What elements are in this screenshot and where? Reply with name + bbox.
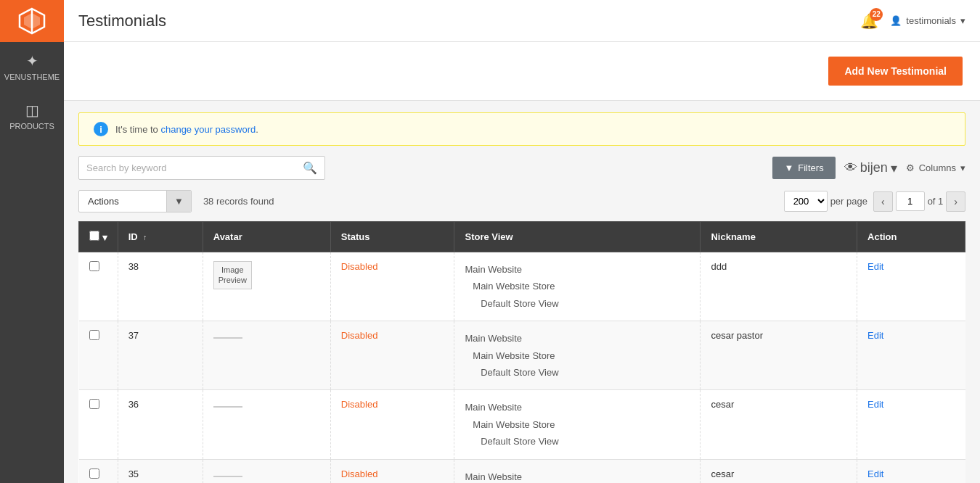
table-body: 38 ImagePreview Disabled Main Website Ma… <box>79 252 965 484</box>
row-checkbox[interactable] <box>89 399 99 409</box>
edit-link[interactable]: Edit <box>867 468 883 479</box>
avatar-placeholder <box>213 476 242 477</box>
sidebar: ✦ VENUSTHEME ◫ PRODUCTS <box>0 0 64 483</box>
row-checkbox-cell <box>79 390 118 459</box>
view-toggle[interactable]: 👁 bijen ▾ <box>844 160 897 176</box>
page-title: Testimonials <box>78 12 166 30</box>
table-wrapper: ▾ ID ↑ Avatar Status Store View Nickname… <box>64 221 980 483</box>
filter-icon: ▼ <box>784 162 793 173</box>
row-store-view: Main Website Main Website Store Default … <box>454 321 701 390</box>
row-status: Disabled <box>330 459 454 483</box>
notifications-bell[interactable]: 🔔 22 <box>860 12 878 30</box>
table-row: 38 ImagePreview Disabled Main Website Ma… <box>79 252 965 321</box>
edit-link[interactable]: Edit <box>867 330 883 341</box>
checkbox-dropdown-icon: ▾ <box>102 232 107 243</box>
row-avatar: ImagePreview <box>203 252 330 321</box>
edit-link[interactable]: Edit <box>867 399 883 410</box>
row-status: Disabled <box>330 321 454 390</box>
row-id: 35 <box>118 459 203 483</box>
row-store-view: Main Website Main Website Store Default … <box>454 252 701 321</box>
testimonials-table: ▾ ID ↑ Avatar Status Store View Nickname… <box>78 221 965 483</box>
records-count: 38 records found <box>203 196 274 207</box>
alert-text-after: . <box>256 124 258 135</box>
avatar-placeholder <box>213 337 242 339</box>
status-column-header: Status <box>330 222 454 252</box>
user-menu[interactable]: 👤 testimonials ▾ <box>890 15 965 26</box>
row-checkbox-cell <box>79 321 118 390</box>
row-status: Disabled <box>330 252 454 321</box>
prev-page-button[interactable]: ‹ <box>873 191 893 212</box>
actions-dropdown-arrow: ▼ <box>166 191 191 212</box>
table-row: 37 Disabled Main Website Main Website St… <box>79 321 965 390</box>
user-name: testimonials <box>906 15 956 26</box>
select-all-header[interactable]: ▾ <box>79 222 118 252</box>
row-checkbox[interactable] <box>89 468 99 479</box>
store-view-lines: Main Website Main Website Store Default … <box>465 261 690 312</box>
columns-label: Columns <box>919 162 956 173</box>
row-action: Edit <box>857 390 965 459</box>
row-id: 36 <box>118 390 203 459</box>
alert-icon: i <box>94 122 108 136</box>
actions-dropdown[interactable]: Actions ▼ <box>78 190 192 212</box>
edit-link[interactable]: Edit <box>867 261 883 272</box>
table-header: ▾ ID ↑ Avatar Status Store View Nickname… <box>79 222 965 252</box>
actions-row: Actions ▼ 38 records found 200 50 100 pe… <box>64 190 980 221</box>
row-status: Disabled <box>330 390 454 459</box>
select-all-checkbox[interactable] <box>89 231 99 241</box>
row-action: Edit <box>857 252 965 321</box>
row-checkbox[interactable] <box>89 261 99 271</box>
filters-button[interactable]: ▼ Filters <box>772 157 835 179</box>
row-checkbox[interactable] <box>89 330 99 340</box>
table-row: 35 Disabled Main Website cesar Edit <box>79 459 965 483</box>
avatar-column-header: Avatar <box>203 222 330 252</box>
user-dropdown-icon: ▾ <box>960 15 965 26</box>
add-new-testimonial-button[interactable]: Add New Testimonial <box>828 57 963 86</box>
actions-select-input[interactable]: Actions <box>79 191 166 212</box>
view-dropdown-icon: ▾ <box>891 160 897 176</box>
content-header: Add New Testimonial <box>64 42 980 101</box>
change-password-link[interactable]: change your password <box>160 124 256 135</box>
view-label: bijen <box>860 160 888 176</box>
row-store-view: Main Website <box>454 459 701 483</box>
next-page-button[interactable]: › <box>946 191 965 212</box>
alert-text-before: It's time to <box>115 124 160 135</box>
row-avatar <box>203 459 330 483</box>
alert-text: It's time to change your password. <box>115 124 258 135</box>
row-avatar <box>203 321 330 390</box>
notifications-badge: 22 <box>870 8 883 21</box>
venustheme-icon: ✦ <box>26 52 38 70</box>
user-icon: 👤 <box>890 15 902 26</box>
row-nickname: cesar <box>701 390 857 459</box>
store-view-lines: Main Website Main Website Store Default … <box>465 330 690 381</box>
search-icon[interactable]: 🔍 <box>303 161 317 175</box>
pagination: 200 50 100 per page ‹ of 1 › <box>784 191 965 212</box>
row-action: Edit <box>857 459 965 483</box>
per-page-label: per page <box>830 196 867 207</box>
columns-button[interactable]: ⚙ Columns ▾ <box>906 162 965 173</box>
row-id: 38 <box>118 252 203 321</box>
columns-dropdown-icon: ▾ <box>960 162 965 173</box>
id-column-header[interactable]: ID ↑ <box>118 222 203 252</box>
image-preview: ImagePreview <box>213 261 252 289</box>
eye-icon: 👁 <box>844 160 857 176</box>
per-page-input[interactable]: 200 50 100 <box>784 191 828 212</box>
row-id: 37 <box>118 321 203 390</box>
store-view-column-header: Store View <box>454 222 701 252</box>
row-nickname: cesar <box>701 459 857 483</box>
store-view-lines: Main Website Main Website Store Default … <box>465 399 690 450</box>
row-action: Edit <box>857 321 965 390</box>
search-input[interactable] <box>86 162 303 173</box>
content-area: Add New Testimonial i It's time to chang… <box>64 42 980 483</box>
avatar-placeholder <box>213 406 242 408</box>
sidebar-item-venustheme[interactable]: ✦ VENUSTHEME <box>0 42 64 91</box>
store-view-lines: Main Website <box>465 468 690 483</box>
toolbar: 🔍 ▼ Filters 👁 bijen ▾ ⚙ Columns ▾ <box>64 146 980 190</box>
row-checkbox-cell <box>79 252 118 321</box>
main-content: Testimonials 🔔 22 👤 testimonials ▾ Add N… <box>64 0 980 483</box>
per-page-select: 200 50 100 per page <box>784 191 867 212</box>
sidebar-item-products[interactable]: ◫ PRODUCTS <box>0 91 64 141</box>
sidebar-item-label: PRODUCTS <box>9 122 54 131</box>
current-page-input[interactable] <box>896 191 925 211</box>
row-nickname: ddd <box>701 252 857 321</box>
alert-banner: i It's time to change your password. <box>78 112 965 146</box>
